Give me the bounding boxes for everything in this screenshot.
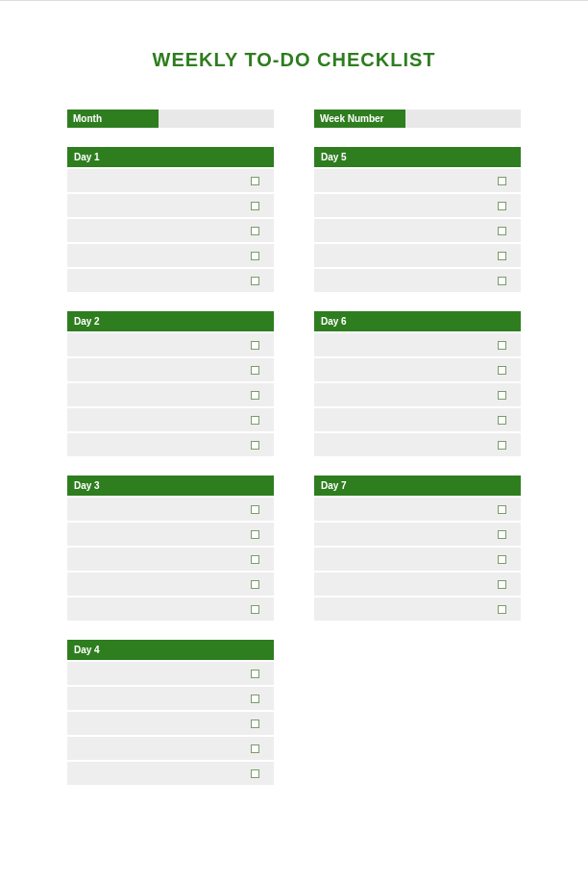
checkbox-icon[interactable] — [498, 277, 506, 285]
checkbox-icon[interactable] — [251, 441, 259, 450]
checkbox-icon[interactable] — [251, 366, 259, 375]
checkbox-icon[interactable] — [498, 605, 506, 614]
day-block: Day 6 — [314, 311, 521, 456]
checkbox-icon[interactable] — [498, 341, 506, 350]
checkbox-icon[interactable] — [251, 277, 259, 285]
task-check-cell — [482, 580, 521, 589]
task-row — [314, 523, 521, 546]
task-check-cell — [235, 670, 274, 678]
checkbox-icon[interactable] — [498, 366, 506, 375]
task-row — [67, 598, 274, 621]
checkbox-icon[interactable] — [498, 252, 506, 260]
left-column: Day 1Day 2Day 3Day 4 — [67, 147, 274, 785]
task-row — [67, 194, 274, 217]
day-header: Day 3 — [67, 476, 274, 496]
checkbox-icon[interactable] — [498, 227, 506, 235]
day-header: Day 6 — [314, 311, 521, 331]
task-row — [314, 219, 521, 242]
task-row — [67, 548, 274, 571]
task-row — [67, 219, 274, 242]
checkbox-icon[interactable] — [498, 416, 506, 425]
task-row — [314, 433, 521, 456]
checkbox-icon[interactable] — [498, 202, 506, 210]
task-check-cell — [482, 202, 521, 210]
task-check-cell — [482, 277, 521, 285]
task-check-cell — [482, 530, 521, 539]
task-check-cell — [235, 580, 274, 589]
checkbox-icon[interactable] — [251, 530, 259, 539]
task-row — [314, 383, 521, 406]
task-row — [67, 523, 274, 546]
checkbox-icon[interactable] — [251, 227, 259, 235]
day-block: Day 1 — [67, 147, 274, 292]
checkbox-icon[interactable] — [251, 391, 259, 400]
day-header: Day 1 — [67, 147, 274, 167]
task-row — [314, 169, 521, 192]
checkbox-icon[interactable] — [498, 580, 506, 589]
task-row — [314, 598, 521, 621]
checkbox-icon[interactable] — [498, 530, 506, 539]
checkbox-icon[interactable] — [251, 695, 259, 703]
checkbox-icon[interactable] — [251, 202, 259, 210]
day-header: Day 7 — [314, 476, 521, 496]
task-check-cell — [235, 530, 274, 539]
task-row — [67, 573, 274, 596]
task-row — [67, 433, 274, 456]
task-check-cell — [235, 277, 274, 285]
task-check-cell — [235, 202, 274, 210]
task-check-cell — [235, 605, 274, 614]
task-row — [314, 269, 521, 292]
day-block: Day 7 — [314, 476, 521, 621]
checkbox-icon[interactable] — [251, 605, 259, 614]
day-block: Day 3 — [67, 476, 274, 621]
task-row — [314, 548, 521, 571]
task-row — [67, 358, 274, 381]
task-row — [314, 194, 521, 217]
task-check-cell — [482, 227, 521, 235]
checkbox-icon[interactable] — [498, 391, 506, 400]
task-check-cell — [482, 505, 521, 514]
checkbox-icon[interactable] — [251, 769, 259, 778]
task-row — [314, 244, 521, 267]
checkbox-icon[interactable] — [251, 505, 259, 514]
task-row — [67, 737, 274, 760]
day-block: Day 5 — [314, 147, 521, 292]
checkbox-icon[interactable] — [498, 177, 506, 185]
checkbox-icon[interactable] — [251, 177, 259, 185]
task-row — [314, 573, 521, 596]
checkbox-icon[interactable] — [498, 555, 506, 564]
page: WEEKLY TO-DO CHECKLIST Month Week Number… — [0, 1, 588, 823]
task-check-cell — [235, 555, 274, 564]
checkbox-icon[interactable] — [251, 744, 259, 753]
task-check-cell — [482, 391, 521, 400]
checkbox-icon[interactable] — [251, 580, 259, 589]
task-check-cell — [235, 744, 274, 753]
task-row — [67, 687, 274, 710]
task-row — [314, 358, 521, 381]
checkbox-icon[interactable] — [251, 252, 259, 260]
week-label: Week Number — [314, 110, 405, 128]
task-check-cell — [482, 441, 521, 450]
checkbox-icon[interactable] — [498, 441, 506, 450]
checkbox-icon[interactable] — [251, 416, 259, 425]
week-input[interactable] — [405, 110, 521, 128]
checkbox-icon[interactable] — [251, 670, 259, 678]
task-row — [67, 333, 274, 356]
month-input[interactable] — [159, 110, 274, 128]
task-row — [314, 408, 521, 431]
task-row — [67, 498, 274, 521]
checkbox-icon[interactable] — [251, 341, 259, 350]
meta-row: Month Week Number — [67, 110, 521, 128]
checkbox-icon[interactable] — [251, 555, 259, 564]
task-check-cell — [235, 505, 274, 514]
task-check-cell — [235, 719, 274, 728]
task-check-cell — [235, 769, 274, 778]
checkbox-icon[interactable] — [498, 505, 506, 514]
task-check-cell — [235, 391, 274, 400]
task-row — [67, 662, 274, 685]
task-row — [67, 712, 274, 735]
task-check-cell — [482, 177, 521, 185]
checkbox-icon[interactable] — [251, 719, 259, 728]
task-check-cell — [482, 366, 521, 375]
task-check-cell — [235, 177, 274, 185]
